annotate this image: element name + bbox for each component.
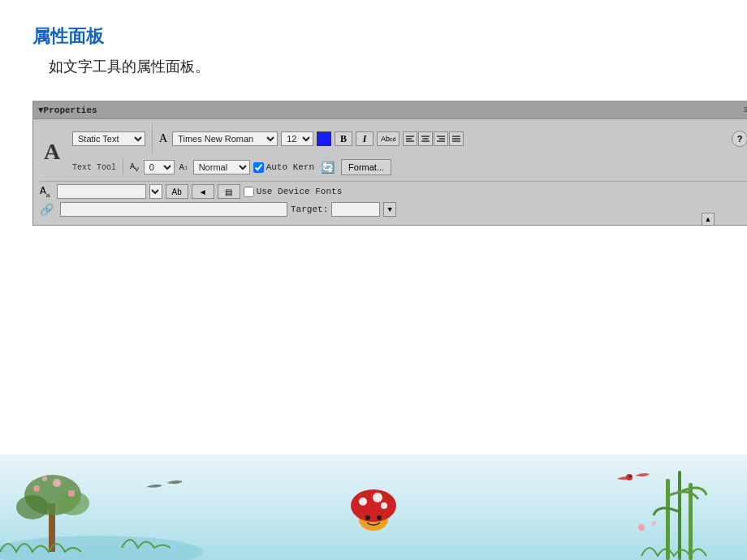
target-dropdown-btn[interactable]: ▼: [383, 202, 396, 217]
font-size-select[interactable]: 891011 121416: [281, 131, 313, 146]
align-justify-button[interactable]: [449, 131, 464, 146]
bottom-decoration: [0, 454, 747, 560]
svg-point-33: [638, 524, 645, 531]
properties-panel-inner: ▼Properties ≡ A: [32, 101, 747, 226]
svg-point-32: [629, 476, 632, 478]
av-kern-icon: AV: [130, 162, 139, 173]
prop-subrow-1b: Text Tool AV 0125: [72, 159, 747, 175]
text-block-button[interactable]: ▤: [218, 184, 240, 199]
target-label: Target:: [291, 205, 328, 214]
prop-subrow-1a: Static Text Dynamic Text Input Text A T: [72, 124, 747, 153]
align-group: [403, 131, 464, 146]
static-text-group: Static Text Dynamic Text Input Text: [72, 131, 145, 146]
use-device-fonts-checkbox[interactable]: [244, 187, 254, 197]
auto-kern-checkbox[interactable]: [253, 162, 264, 173]
prop-row-3: Aa ▼ Ab ◄ ▤ Use Device Fonts: [40, 184, 747, 199]
normal-select[interactable]: Normal Superscript Subscript: [193, 160, 250, 174]
separator-2: [123, 159, 123, 175]
properties-panel: ▼Properties ≡ A: [32, 101, 715, 226]
svg-point-26: [365, 515, 370, 520]
panel-title: ▼Properties: [38, 106, 97, 115]
panel-menu-icon[interactable]: ≡: [744, 105, 747, 116]
left-arrow-button[interactable]: ◄: [192, 184, 214, 199]
text-tool-icon-col: A: [40, 139, 67, 165]
center-character: [345, 477, 402, 544]
page-subtitle: 如文字工具的属性面板。: [49, 57, 715, 76]
ab-select[interactable]: ▼: [149, 184, 162, 199]
svg-point-27: [377, 515, 382, 520]
row-divider-1: [40, 181, 747, 182]
page-title: 属性面板: [32, 24, 715, 49]
prop-row-4: 🔗 Target: ▼: [40, 202, 747, 217]
prop-row-1: A Static Text Dynamic Text Input Text: [40, 124, 747, 179]
svg-point-22: [351, 489, 396, 522]
svg-point-19: [68, 490, 75, 497]
bold-button[interactable]: B: [335, 131, 352, 146]
panel-titlebar: ▼Properties ≡: [33, 102, 747, 119]
right-nature-scene: [503, 454, 747, 560]
instance-name-input[interactable]: [57, 184, 146, 199]
auto-kern-text: Auto Kern: [266, 162, 314, 172]
svg-point-23: [359, 498, 367, 506]
left-nature-scene: [0, 454, 244, 560]
align-left-button[interactable]: [403, 131, 417, 146]
auto-kern-label[interactable]: Auto Kern: [253, 162, 314, 173]
ab-text-button[interactable]: Ab: [166, 184, 188, 199]
color-picker[interactable]: [317, 131, 331, 146]
text-tool-big-a: A: [40, 139, 64, 165]
svg-rect-29: [678, 471, 681, 560]
superscript-button[interactable]: Abcd: [377, 131, 399, 146]
font-icon: A: [159, 132, 167, 145]
svg-point-34: [651, 521, 656, 526]
instance-name-icon: Aa: [40, 185, 50, 199]
help-button[interactable]: ?: [732, 131, 747, 147]
url-icon: 🔗: [40, 203, 54, 217]
panel-body: A Static Text Dynamic Text Input Text: [33, 119, 747, 225]
url-input[interactable]: [60, 202, 287, 217]
svg-point-24: [373, 493, 382, 502]
font-select[interactable]: Times New Roman Arial Verdana: [172, 131, 278, 146]
align-right-button[interactable]: [434, 131, 448, 146]
use-device-fonts-text: Use Device Fonts: [257, 187, 343, 196]
a-spacing-icon: A↕: [179, 163, 188, 172]
svg-point-15: [16, 495, 49, 519]
text-tool-label: Text Tool: [72, 163, 116, 172]
svg-point-18: [53, 479, 61, 487]
panel-scroll-button[interactable]: ▲: [702, 213, 715, 226]
static-text-select[interactable]: Static Text Dynamic Text Input Text: [72, 131, 145, 146]
tracking-select[interactable]: 0125: [144, 160, 175, 174]
separator-1: [152, 124, 153, 153]
align-center-button[interactable]: [418, 131, 433, 146]
format-button[interactable]: Format...: [341, 159, 391, 175]
svg-point-25: [381, 502, 387, 509]
target-input[interactable]: [331, 202, 380, 217]
italic-button[interactable]: I: [356, 131, 374, 146]
svg-point-20: [42, 476, 47, 481]
use-device-fonts-label[interactable]: Use Device Fonts: [244, 187, 343, 197]
svg-rect-28: [666, 479, 670, 560]
svg-point-17: [33, 485, 40, 492]
sync-icon: 🔄: [321, 161, 335, 174]
